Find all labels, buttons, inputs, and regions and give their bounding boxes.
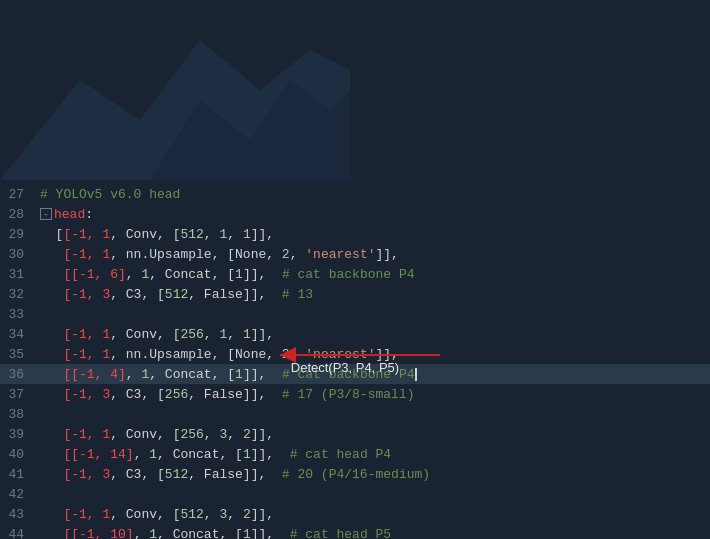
line-content: -head: xyxy=(32,207,710,222)
code-line-29: 29 [[-1, 1, Conv, [512, 1, 1]], xyxy=(0,224,710,244)
line-content: [-1, 1, Conv, [512, 3, 2]], xyxy=(32,507,710,522)
line-number: 29 xyxy=(0,227,32,242)
line-content: [-1, 1, Conv, [256, 3, 2]], xyxy=(32,427,710,442)
code-line-37: 37 [-1, 3, C3, [256, False]], # 17 (P3/8… xyxy=(0,384,710,404)
comment-text: # YOLOv5 v6.0 head xyxy=(40,187,180,202)
code-line-42: 42 xyxy=(0,484,710,504)
line-content: [[-1, 14], 1, Concat, [1]], # cat head P… xyxy=(32,447,710,462)
line-content: [-1, 3, C3, [512, False]], # 13 xyxy=(32,287,710,302)
line-number: 36 xyxy=(0,367,32,382)
code-line-32: 32 [-1, 3, C3, [512, False]], # 13 xyxy=(0,284,710,304)
line-content: [-1, 3, C3, [512, False]], # 20 (P4/16-m… xyxy=(32,467,710,482)
line-content: [-1, 1, Conv, [256, 1, 1]], xyxy=(32,327,710,342)
line-number: 28 xyxy=(0,207,32,222)
line-content: [[-1, 10], 1, Concat, [1]], # cat head P… xyxy=(32,527,710,540)
line-number: 30 xyxy=(0,247,32,262)
code-line-43: 43 [-1, 1, Conv, [512, 3, 2]], xyxy=(0,504,710,524)
line-content: # YOLOv5 v6.0 head xyxy=(32,187,710,202)
line-number: 44 xyxy=(0,527,32,540)
line-number: 41 xyxy=(0,467,32,482)
code-editor: 27 # YOLOv5 v6.0 head 28 -head: 29 [[-1,… xyxy=(0,0,710,539)
line-number: 39 xyxy=(0,427,32,442)
code-line-33: 33 xyxy=(0,304,710,324)
code-line-31: 31 [[-1, 6], 1, Concat, [1]], # cat back… xyxy=(0,264,710,284)
code-line-36: 36 [[-1, 4], 1, Concat, [1]], # cat back… xyxy=(0,364,710,384)
line-content: [[-1, 1, Conv, [512, 1, 1]], xyxy=(32,227,710,242)
line-content: [-1, 1, nn.Upsample, [None, 2, 'nearest'… xyxy=(32,247,710,262)
line-number: 42 xyxy=(0,487,32,502)
line-number: 31 xyxy=(0,267,32,282)
line-content: [[-1, 6], 1, Concat, [1]], # cat backbon… xyxy=(32,267,710,282)
line-number: 35 xyxy=(0,347,32,362)
code-line-40: 40 [[-1, 14], 1, Concat, [1]], # cat hea… xyxy=(0,444,710,464)
code-line-28: 28 -head: xyxy=(0,204,710,224)
line-number: 38 xyxy=(0,407,32,422)
line-number: 32 xyxy=(0,287,32,302)
fold-icon[interactable]: - xyxy=(40,208,52,220)
line-content: [[-1, 4], 1, Concat, [1]], # cat backbon… xyxy=(32,367,710,382)
keyword: head xyxy=(54,207,85,222)
line-number: 27 xyxy=(0,187,32,202)
code-line-44: 44 [[-1, 10], 1, Concat, [1]], # cat hea… xyxy=(0,524,710,539)
code-line-35: 35 [-1, 1, nn.Upsample, [None, 2, 'neare… xyxy=(0,344,710,364)
code-line-38: 38 xyxy=(0,404,710,424)
code-line-41: 41 [-1, 3, C3, [512, False]], # 20 (P4/1… xyxy=(0,464,710,484)
line-number: 37 xyxy=(0,387,32,402)
code-line-39: 39 [-1, 1, Conv, [256, 3, 2]], xyxy=(0,424,710,444)
line-number: 43 xyxy=(0,507,32,522)
code-line-34: 34 [-1, 1, Conv, [256, 1, 1]], xyxy=(0,324,710,344)
line-number: 40 xyxy=(0,447,32,462)
cursor xyxy=(415,368,417,381)
code-line-30: 30 [-1, 1, nn.Upsample, [None, 2, 'neare… xyxy=(0,244,710,264)
background-mountain xyxy=(0,0,350,180)
code-line-27: 27 # YOLOv5 v6.0 head xyxy=(0,184,710,204)
line-content: [-1, 1, nn.Upsample, [None, 2, 'nearest'… xyxy=(32,347,710,362)
line-number: 34 xyxy=(0,327,32,342)
line-number: 33 xyxy=(0,307,32,322)
line-content: [-1, 3, C3, [256, False]], # 17 (P3/8-sm… xyxy=(32,387,710,402)
